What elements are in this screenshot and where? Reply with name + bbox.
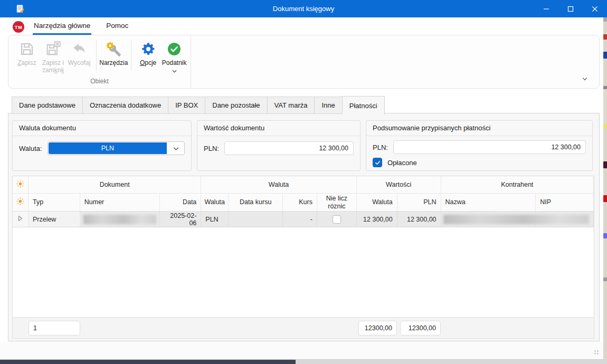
cell-waluta: 12 300,00 [357,212,397,227]
column-header[interactable]: Data kursu [229,194,283,211]
column-header[interactable]: Waluta [357,194,397,211]
screen: Dokument księgowy TM Narzędzia głównePom… [0,0,607,364]
chevron-down-icon [173,145,179,155]
wycofaj-button[interactable]: Wycofaj [66,39,92,76]
titlebar: Dokument księgowy [0,0,607,17]
platnosci-tab-panel: Waluta dokumentu Waluta: PLN Wartość dok… [8,113,600,341]
app-logo[interactable]: TM [13,21,24,33]
payments-sum-field[interactable] [393,140,586,154]
column-header[interactable]: Typ [29,194,80,211]
cell-nie-licz-róznic [317,212,357,227]
doc-tab-dane-pozostale[interactable]: Dane pozostałe [205,97,267,114]
ribbon-group-obiekt: ZapiszZapisz i zamknijWycofajNarzędziaOp… [8,35,191,88]
row-count-field[interactable]: 1 [29,321,80,336]
ribbon-button-label: Opcje [140,59,156,66]
payments-table: DokumentWalutaWartościKontrahentTypNumer… [12,176,594,339]
currency-combobox[interactable]: PLN [48,141,185,155]
payments-sum-label: PLN: [373,143,388,151]
oplacone-checkbox[interactable] [373,158,382,167]
close-button[interactable] [583,0,607,17]
statusbar [0,341,603,360]
cell-data: 2025-02-06 [160,212,201,227]
save-icon [19,41,35,58]
cell-typ: Przelew [29,212,80,227]
sum-pln-field[interactable]: 12300,00 [400,321,441,336]
cell-nip [536,212,594,227]
ribbon-tab-pomoc[interactable]: Pomoc [105,17,129,35]
resize-grip[interactable] [594,350,599,355]
group-box-wartosc-dokumentu: Wartość dokumentu PLN: [197,120,361,171]
doc-tab-inne[interactable]: Inne [314,97,342,114]
group-box-title: Waluta dokumentu [13,121,191,136]
undo-icon [71,41,87,58]
doc-tab-platnosci[interactable]: Płatności [342,96,385,114]
cell-waluta: PLN [201,212,229,227]
document-value-field[interactable] [224,141,354,155]
table-group-header-row: DokumentWalutaWartościKontrahent [13,176,594,194]
ribbon-tabs: Narzędzia głównePomoc [33,17,129,35]
group-box-title: Podsumowanie przypisanych płatności [366,121,592,136]
opcje-button[interactable]: Opcje [135,39,162,76]
ribbon-button-label: Zapisz i zamknij [40,59,67,74]
expand-row-cell[interactable] [13,212,29,227]
doc-tab-ip-box[interactable]: IP BOX [168,97,205,114]
cell-numer [80,212,160,227]
chevron-down-icon [172,68,177,76]
window-title: Dokument księgowy [0,0,607,17]
ribbon-separator [96,40,97,71]
redacted-content [83,215,157,224]
ribbon-button-label: Narzędzia [99,59,128,66]
cell-data-kursu [229,212,283,227]
column-header[interactable]: Numer [80,194,160,211]
background-window-sliver-right [603,17,607,360]
narzedzia-button[interactable]: Narzędzia [100,39,127,76]
group-header-dokument: Dokument [29,176,201,193]
table-row[interactable]: Przelew2025-02-06PLN-12 300,0012 300,00 [13,212,594,227]
sun-icon [16,197,24,207]
window-body: TM Narzędzia głównePomoc ZapiszZapisz i … [0,17,603,360]
ribbon-collapse-button[interactable] [579,74,591,84]
group-box-podsumowanie-platnosci: Podsumowanie przypisanych płatności PLN:… [366,120,593,171]
window-controls [534,0,607,17]
doc-tab-dane-podstawowe[interactable]: Dane podstawowe [12,97,83,114]
save-close-icon [45,41,61,58]
background-window-sliver-bottom [0,360,607,364]
sun-icon [16,180,24,190]
column-header[interactable]: Kurs [283,194,317,211]
ribbon: ZapiszZapisz i zamknijWycofajNarzędziaOp… [8,35,600,89]
currency-combobox-value: PLN [49,142,167,154]
tools-icon [106,41,121,58]
column-header[interactable]: PLN [397,194,441,211]
minimize-button[interactable] [534,0,558,17]
nie-licz-roznic-checkbox[interactable] [333,215,341,224]
cell-nazwa [441,212,536,227]
document-tabs: Dane podstawoweOznaczenia dodatkoweIP BO… [12,96,385,114]
sum-currency-field[interactable]: 12300,00 [358,321,397,336]
document-value-label: PLN: [204,145,219,152]
currency-field-label: Waluta: [19,145,42,152]
table-settings-cell[interactable] [13,176,29,193]
doc-tab-oznaczenia-dodatkowe[interactable]: Oznaczenia dodatkowe [82,97,168,114]
maximize-button[interactable] [558,0,583,17]
ribbon-separator [131,40,131,71]
column-header[interactable]: NIP [536,194,594,211]
doc-tab-vat-marza[interactable]: VAT marża [267,97,315,114]
podatnik-button[interactable]: Podatnik [161,39,187,76]
table-column-header-row: TypNumerDataWalutaData kursuKursNie licz… [13,194,594,212]
group-box-title: Wartość dokumentu [197,121,360,136]
column-header[interactable]: Nie licz róznic [317,194,357,211]
column-header[interactable]: Nazwa [441,194,536,211]
ribbon-buttons: ZapiszZapisz i zamknijWycofajNarzędziaOp… [8,35,191,76]
ribbon-tab-narzedzia-glowne[interactable]: Narzędzia główne [33,17,91,35]
ribbon-group-label: Obiekt [8,76,191,88]
zapisz-i-zamknij-button[interactable]: Zapisz i zamknij [40,39,67,76]
ribbon-button-label: Zapisz [17,59,36,66]
cell-pln: 12 300,00 [397,212,441,227]
table-settings-cell[interactable] [13,194,29,211]
column-header[interactable]: Waluta [201,194,229,211]
table-footer: 112300,0012300,00 [13,317,594,338]
zapisz-button[interactable]: Zapisz [14,39,40,76]
ribbon-button-label: Wycofaj [68,59,91,66]
column-header[interactable]: Data [160,194,201,211]
ribbon-button-label: Podatnik [162,59,187,66]
